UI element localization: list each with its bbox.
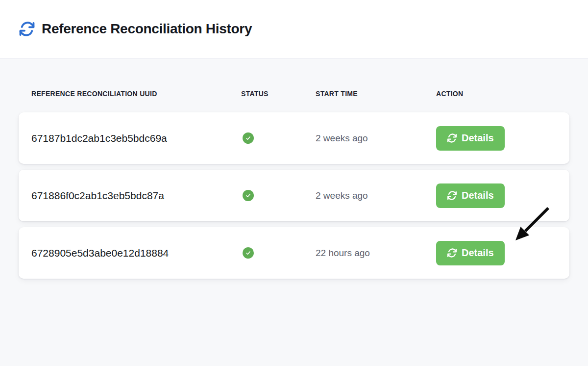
details-button-label: Details (462, 190, 494, 201)
details-button[interactable]: Details (436, 241, 505, 265)
action-cell: Details (436, 241, 557, 265)
column-header-uuid: REFERENCE RECONCILIATION UUID (31, 90, 241, 98)
details-button-label: Details (462, 247, 494, 259)
uuid-value: 67187b1dc2ab1c3eb5bdc69a (31, 132, 241, 144)
table-header-row: REFERENCE RECONCILIATION UUID STATUS STA… (19, 90, 569, 98)
details-button[interactable]: Details (436, 183, 505, 208)
page-header: Reference Reconciliation History (0, 0, 588, 58)
details-button-label: Details (462, 132, 494, 144)
status-cell (241, 247, 316, 259)
action-cell: Details (436, 126, 557, 151)
refresh-icon (447, 133, 457, 143)
column-header-start-time: START TIME (316, 90, 436, 98)
table-row: 6728905e5d3abe0e12d18884 22 hours ago De… (19, 227, 569, 279)
check-circle-icon (243, 190, 254, 201)
refresh-icon (447, 190, 457, 201)
column-header-action: ACTION (436, 90, 557, 98)
table-row: 67187b1dc2ab1c3eb5bdc69a 2 weeks ago Det… (19, 112, 569, 164)
uuid-value: 671886f0c2ab1c3eb5bdc87a (31, 190, 241, 202)
check-circle-icon (243, 247, 254, 259)
status-cell (241, 132, 316, 144)
uuid-value: 6728905e5d3abe0e12d18884 (31, 247, 241, 259)
table-row: 671886f0c2ab1c3eb5bdc87a 2 weeks ago Det… (19, 170, 569, 221)
history-table: REFERENCE RECONCILIATION UUID STATUS STA… (19, 90, 569, 279)
column-header-status: STATUS (241, 90, 316, 98)
action-cell: Details (436, 183, 557, 208)
refresh-icon (447, 248, 457, 258)
start-time-value: 2 weeks ago (316, 190, 436, 201)
status-cell (241, 190, 316, 201)
start-time-value: 22 hours ago (316, 248, 436, 259)
details-button[interactable]: Details (436, 126, 505, 151)
check-circle-icon (243, 132, 254, 144)
page-title: Reference Reconciliation History (42, 21, 252, 37)
start-time-value: 2 weeks ago (316, 133, 436, 144)
refresh-icon (19, 21, 35, 37)
